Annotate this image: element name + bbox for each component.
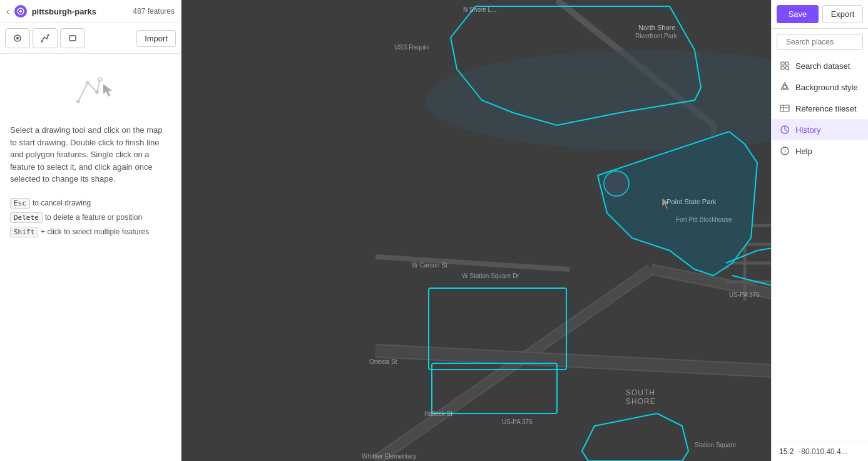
shortcut-delete: Delete to delete a feature or position [10,212,171,223]
svg-text:?: ? [784,148,786,155]
svg-rect-47 [785,62,789,65]
toolbar: Import [0,23,181,54]
menu-item-background-style[interactable]: Background style [772,76,868,98]
delete-description: to delete a feature or position [45,213,142,222]
svg-point-4 [41,41,43,43]
search-dataset-label: Search dataset [795,61,850,71]
menu-item-reference-tileset[interactable]: Reference tileset [772,98,868,119]
svg-point-5 [48,34,49,36]
help-icon: ? [779,145,790,157]
back-button[interactable]: ‹ [6,6,9,16]
background-style-icon [779,81,790,93]
shift-key: Shift [10,227,38,237]
esc-key: Esc [10,198,30,209]
feature-count: 487 features [133,7,175,16]
svg-point-49 [785,66,789,70]
help-label: Help [795,147,812,156]
svg-marker-11 [103,84,112,96]
save-button[interactable]: Save [777,5,819,23]
history-label: History [795,125,820,135]
shortcut-shift: Shift + click to select multiple feature… [10,227,171,237]
delete-key: Delete [10,212,43,223]
menu-item-search-dataset[interactable]: Search dataset [772,55,868,76]
hint-text: Select a drawing tool and click on the m… [10,124,171,185]
right-panel: Save Export Search dataset [771,0,868,461]
drawing-hint: Select a drawing tool and click on the m… [0,54,181,461]
svg-line-50 [789,70,790,71]
menu-item-history[interactable]: History [772,119,868,140]
history-icon [779,124,790,135]
svg-rect-46 [781,62,784,65]
coordinates: -80.010,40.4... [799,447,847,456]
sidebar: ‹ pittsburgh-parks 487 features Import [0,0,181,461]
sidebar-header: ‹ pittsburgh-parks 487 features [0,0,181,23]
dataset-icon [14,5,27,18]
svg-point-9 [95,90,99,94]
svg-point-1 [19,10,22,13]
background-style-label: Background style [795,83,858,92]
search-dataset-icon [779,60,790,71]
map-svg [181,0,771,461]
search-places-input[interactable] [786,38,868,46]
line-tool-button[interactable] [33,28,58,48]
zoom-level: 15.2 [779,447,794,456]
svg-point-8 [86,81,89,85]
polygon-tool-button[interactable] [60,28,85,48]
shift-description: + click to select multiple features [41,227,149,236]
reference-tileset-label: Reference tileset [795,104,857,113]
dataset-name: pittsburgh-parks [32,7,128,16]
svg-point-3 [16,37,19,39]
shortcut-esc: Esc to cancel drawing [10,198,171,209]
coordinates-bar: 15.2 -80.010,40.4... [772,442,868,461]
svg-point-7 [76,100,80,103]
point-tool-button[interactable] [5,28,30,48]
search-places-container[interactable] [777,34,863,50]
svg-rect-6 [69,36,76,41]
svg-marker-51 [781,83,789,90]
svg-point-52 [783,85,787,89]
svg-rect-53 [780,105,789,111]
map-container[interactable]: N Shore L... North Shore Riverfront Park… [181,0,771,461]
action-buttons: Save Export [772,0,868,29]
import-button[interactable]: Import [136,30,176,47]
svg-rect-48 [781,66,784,70]
esc-description: to cancel drawing [33,199,91,207]
reference-tileset-icon [779,103,790,114]
menu-item-help[interactable]: ? Help [772,140,868,162]
svg-point-37 [604,171,629,196]
export-button[interactable]: Export [822,5,863,23]
drawing-icon [10,64,171,114]
